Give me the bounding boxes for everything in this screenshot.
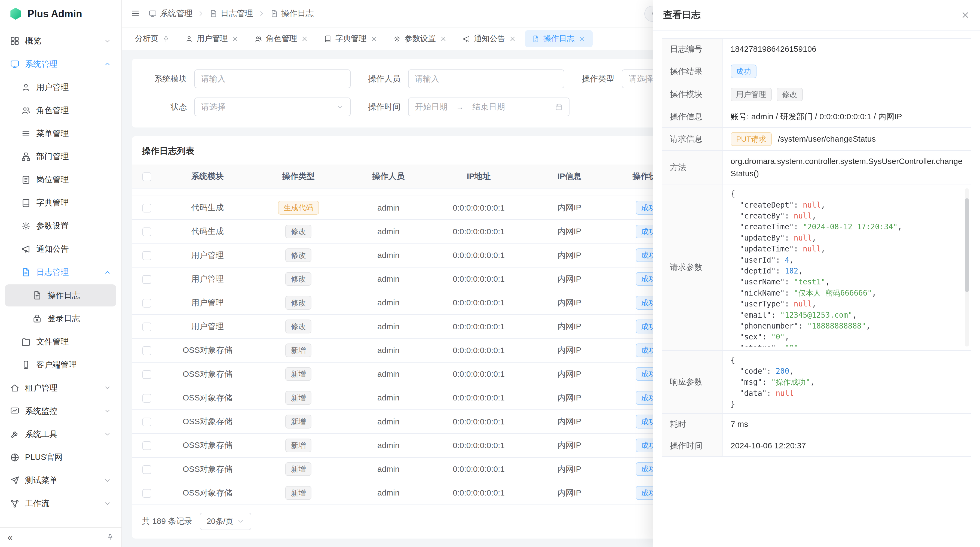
breadcrumb-item[interactable]: 操作日志 [270, 8, 314, 19]
code-scrollbar[interactable] [965, 188, 969, 346]
sidebar-item-log[interactable]: 日志管理 [5, 261, 116, 283]
row-checkbox[interactable] [142, 299, 151, 308]
detail-label: 耗时 [662, 413, 723, 435]
cell-ip: 0:0:0:0:0:0:0:1 [433, 243, 524, 267]
filter-item-status: 状态请选择 [148, 97, 351, 116]
filter-operator-input[interactable]: 请输入 [408, 69, 564, 88]
cell-ip-info: 内网IP [524, 386, 614, 410]
pin-icon[interactable] [162, 35, 170, 43]
req-params-code[interactable]: { "createDept": null, "createBy": null, … [731, 188, 962, 346]
select-all-checkbox[interactable] [142, 172, 151, 181]
tab-close-icon[interactable] [440, 35, 447, 43]
test-icon [10, 476, 19, 485]
cell-type: 生成代码 [253, 196, 344, 220]
row-select-cell [132, 338, 162, 362]
tenant-icon [10, 383, 19, 392]
sidebar-item-sysmonitor[interactable]: 系统监控 [5, 400, 116, 422]
sidebar-item-overview[interactable]: 概览 [5, 30, 116, 52]
sidebar-item-website[interactable]: PLUS官网 [5, 447, 116, 468]
drawer-title: 查看日志 [663, 9, 701, 21]
filter-time-daterange[interactable]: 开始日期→结束日期 [408, 97, 569, 116]
chevron-down-icon [104, 500, 111, 507]
sidebar-item-label: 文件管理 [36, 336, 116, 347]
row-checkbox[interactable] [142, 346, 151, 355]
sidebar-footer: « [0, 527, 121, 547]
sidebar-item-testmenu[interactable]: 测试菜单 [5, 470, 116, 491]
row-checkbox[interactable] [142, 418, 151, 426]
sidebar-item-system[interactable]: 系统管理 [5, 53, 116, 75]
tab-close-icon[interactable] [301, 35, 309, 43]
dept-icon [21, 152, 30, 161]
sidebar-item-user[interactable]: 用户管理 [5, 76, 116, 98]
sidebar-item-loginlog[interactable]: 登录日志 [5, 308, 116, 329]
sidebar-item-post[interactable]: 岗位管理 [5, 169, 116, 191]
scrollbar-thumb[interactable] [965, 198, 969, 292]
row-checkbox[interactable] [142, 394, 151, 403]
user-icon [21, 83, 30, 92]
sidebar-item-client[interactable]: 客户端管理 [5, 354, 116, 376]
cell-ip-info: 内网IP [524, 196, 614, 220]
cell-operator: admin [344, 267, 433, 291]
page-size-select[interactable]: 20条/页 [200, 513, 251, 530]
sidebar-item-notice[interactable]: 通知公告 [5, 238, 116, 260]
tab-close-icon[interactable] [578, 35, 586, 43]
tab-label: 参数设置 [404, 33, 436, 44]
detail-row-request: 请求信息PUT请求/system/user/changeStatus [662, 128, 971, 151]
tab-operlog[interactable]: 操作日志 [525, 30, 593, 47]
filter-item-module: 系统模块请输入 [148, 69, 351, 88]
tab-close-icon[interactable] [370, 35, 378, 43]
notice-icon [21, 244, 30, 254]
detail-row-result: 操作结果成功 [662, 60, 971, 83]
row-checkbox[interactable] [142, 228, 151, 236]
detail-value-resp-params: { "code": 200, "msg": "操作成功", "data": nu… [723, 351, 971, 414]
sidebar-item-role[interactable]: 角色管理 [5, 99, 116, 121]
cell-module: OSS对象存储 [162, 410, 253, 434]
row-checkbox[interactable] [142, 370, 151, 379]
row-checkbox[interactable] [142, 441, 151, 450]
row-checkbox[interactable] [142, 322, 151, 331]
cell-ip: 0:0:0:0:0:0:0:1 [433, 220, 524, 243]
sidebar-item-param[interactable]: 参数设置 [5, 215, 116, 237]
tab-role[interactable]: 角色管理 [248, 30, 315, 47]
partial-cell [524, 188, 614, 196]
sidebar-item-systool[interactable]: 系统工具 [5, 423, 116, 445]
sidebar-item-file[interactable]: 文件管理 [5, 331, 116, 352]
tab-user[interactable]: 用户管理 [178, 30, 246, 47]
chevron-down-icon [237, 518, 245, 525]
filter-status-select[interactable]: 请选择 [194, 97, 351, 116]
cell-module: OSS对象存储 [162, 362, 253, 386]
sidebar-item-operlog[interactable]: 操作日志 [5, 284, 116, 306]
tab-close-icon[interactable] [509, 35, 516, 43]
cell-operator: admin [344, 291, 433, 315]
row-select-cell [132, 481, 162, 505]
module-tag: 用户管理 [731, 88, 772, 102]
tab-param[interactable]: 参数设置 [387, 30, 454, 47]
tab-dict[interactable]: 字典管理 [317, 30, 385, 47]
sidebar-item-dept[interactable]: 部门管理 [5, 146, 116, 167]
row-checkbox[interactable] [142, 489, 151, 498]
loginlog-icon [32, 314, 41, 323]
sidebar-item-workflow[interactable]: 工作流 [5, 493, 116, 515]
collapse-sidebar-button[interactable]: « [8, 532, 13, 543]
sidebar-pin-icon[interactable] [107, 533, 114, 541]
breadcrumb-item[interactable]: 系统管理 [149, 8, 192, 19]
filter-module-input[interactable]: 请输入 [194, 69, 351, 88]
tab-label: 字典管理 [335, 33, 366, 44]
close-icon[interactable] [961, 10, 970, 20]
tab-close-icon[interactable] [231, 35, 239, 43]
tab-notice[interactable]: 通知公告 [456, 30, 523, 47]
tab-analysis[interactable]: 分析页 [128, 30, 177, 47]
sidebar-item-tenant[interactable]: 租户管理 [5, 377, 116, 399]
hamburger-icon[interactable] [130, 9, 140, 18]
row-checkbox[interactable] [142, 275, 151, 284]
row-checkbox[interactable] [142, 465, 151, 474]
request-url: /system/user/changeStatus [778, 134, 876, 143]
dict-icon [324, 35, 332, 43]
sidebar-item-label: 岗位管理 [36, 174, 116, 185]
row-checkbox[interactable] [142, 251, 151, 260]
system-icon [10, 59, 19, 69]
sidebar-item-dict[interactable]: 字典管理 [5, 192, 116, 214]
breadcrumb-item[interactable]: 日志管理 [209, 8, 253, 19]
sidebar-item-menu[interactable]: 菜单管理 [5, 123, 116, 144]
row-checkbox[interactable] [142, 204, 151, 212]
